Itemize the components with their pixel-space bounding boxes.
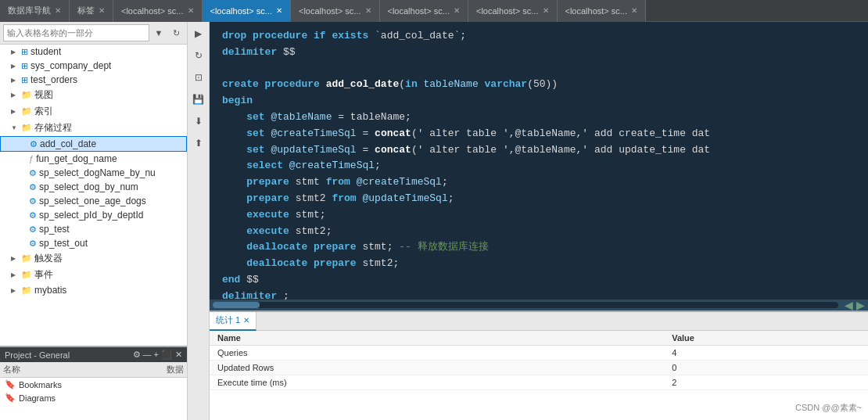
code-line: deallocate prepare stmt2;	[222, 256, 855, 272]
tree-item-sp6[interactable]: ⚙ sp_test_out	[0, 236, 187, 250]
grid-btn[interactable]: ⊡	[190, 69, 207, 86]
up-btn[interactable]: ⬆	[190, 135, 207, 152]
code-line: drop procedure if exists `add_col_date`;	[222, 28, 855, 45]
scrollbar-thumb[interactable]	[213, 302, 260, 308]
tab-localhost-2-close[interactable]: ✕	[276, 6, 282, 15]
expand-icon[interactable]: ⬛	[161, 350, 172, 360]
tree-item-fun-get-dog-name[interactable]: ƒ fun_get_dog_name	[0, 152, 187, 166]
code-line: create procedure add_col_date(in tableNa…	[222, 77, 855, 93]
watermark: CSDN @@素素~	[795, 402, 862, 414]
tab-localhost-1[interactable]: <localhost> sc... ✕	[113, 0, 203, 22]
scroll-right-icon[interactable]: ▶	[856, 299, 865, 311]
tab-localhost-4-label: <localhost> sc...	[388, 6, 450, 16]
tab-localhost-6-close[interactable]: ✕	[631, 6, 637, 15]
tab-localhost-3-close[interactable]: ✕	[365, 6, 371, 15]
diagram-item[interactable]: 🔖 Diagrams	[0, 391, 187, 404]
bookmark-item[interactable]: 🔖 Bookmarks	[0, 378, 187, 391]
refresh-icon[interactable]: ↻	[168, 25, 184, 41]
tree-item-sp2[interactable]: ⚙ sp_select_dog_by_num	[0, 180, 187, 194]
stats-table: Name Value Queries 4 Updated Rows	[210, 331, 868, 420]
proc-icon: ⚙	[30, 139, 38, 149]
tree-label: sp_test	[39, 224, 70, 235]
tab-label-text: 标签	[77, 5, 95, 16]
tree-item-test-orders[interactable]: ▶ ⊞ test_orders	[0, 73, 187, 87]
tree-label: sys_company_dept	[30, 60, 111, 71]
arrow-expanded-icon: ▼	[11, 124, 19, 131]
tree-item-sys-company-dept[interactable]: ▶ ⊞ sys_company_dept	[0, 59, 187, 73]
tree-label: fun_get_dog_name	[36, 153, 117, 164]
tab-stats-label: 统计 1	[216, 314, 240, 326]
table-icon: ⊞	[21, 47, 28, 57]
code-line: set @createTimeSql = concat(' alter tabl…	[222, 126, 855, 142]
plus-icon[interactable]: +	[154, 350, 159, 360]
filter-icon[interactable]: ▼	[151, 25, 167, 41]
editor-scrollbar[interactable]: ◀ ▶	[210, 300, 868, 311]
run-btn[interactable]: ▶	[190, 25, 207, 42]
tab-stats[interactable]: 统计 1 ✕	[210, 312, 256, 331]
tree-label: test_orders	[30, 74, 77, 85]
table-icon: ⊞	[21, 75, 28, 85]
tree-item-triggers[interactable]: ▶ 📁 触发器	[0, 250, 187, 267]
code-line: execute stmt2;	[222, 224, 855, 240]
tab-localhost-4[interactable]: <localhost> sc... ✕	[380, 0, 469, 22]
tree-item-mybatis[interactable]: ▶ 📁 mybatis	[0, 283, 187, 297]
minus-icon[interactable]: —	[143, 350, 152, 360]
search-input[interactable]	[3, 24, 149, 41]
tab-db-nav[interactable]: 数据库导航 ✕	[0, 0, 70, 22]
tree-item-sp1[interactable]: ⚙ sp_select_dogName_by_nu	[0, 166, 187, 180]
tab-localhost-1-close[interactable]: ✕	[188, 6, 194, 15]
tab-localhost-3-label: <localhost> sc...	[299, 6, 361, 16]
proc-icon: ⚙	[29, 168, 37, 178]
vertical-toolbar: ▶ ↻ ⊡ 💾 ⬇ ⬆	[188, 22, 210, 420]
tree-item-procedures[interactable]: ▼ 📁 存储过程	[0, 120, 187, 136]
tab-localhost-2[interactable]: <localhost> sc... ✕	[203, 0, 292, 22]
tree-item-events[interactable]: ▶ 📁 事件	[0, 267, 187, 283]
proc-icon: ⚙	[29, 182, 37, 192]
tab-db-nav-close[interactable]: ✕	[55, 6, 61, 15]
sidebar-bottom-header: Project - General ⚙ — + ⬛ ✕	[0, 347, 187, 362]
down-btn[interactable]: ⬇	[190, 113, 207, 130]
tree-label: add_col_date	[40, 138, 96, 149]
tree-label: sp_select_pId_by_deptId	[39, 210, 143, 221]
code-line: set @updateTimeSql = concat(' alter tabl…	[222, 142, 855, 159]
tree-label: 索引	[34, 105, 53, 118]
tab-stats-close[interactable]: ✕	[243, 316, 249, 325]
scroll-left-icon[interactable]: ◀	[845, 299, 853, 311]
code-line: end $$	[222, 272, 855, 289]
sidebar-bottom-close[interactable]: ✕	[175, 350, 182, 360]
tree-item-sp4[interactable]: ⚙ sp_select_pId_by_deptId	[0, 208, 187, 222]
tab-localhost-6[interactable]: <localhost> sc... ✕	[558, 0, 647, 22]
gear-icon[interactable]: ⚙	[133, 350, 141, 360]
tab-localhost-5-label: <localhost> sc...	[476, 6, 539, 16]
tree-label: sp_select_one_age_dogs	[39, 196, 146, 206]
sidebar: ▼ ↻ ▶ ⊞ student ▶ ⊞ sys_company_dept ▶ ⊞…	[0, 22, 188, 420]
tree-item-sp3[interactable]: ⚙ sp_select_one_age_dogs	[0, 194, 187, 208]
tab-label-close[interactable]: ✕	[99, 6, 105, 15]
tab-label[interactable]: 标签 ✕	[70, 0, 113, 22]
tab-localhost-3[interactable]: <localhost> sc... ✕	[291, 0, 380, 22]
func-icon: ƒ	[29, 154, 34, 163]
table-row: Queries 4	[210, 346, 868, 361]
tree-item-add-col-date[interactable]: ⚙ add_col_date	[0, 136, 187, 152]
folder-icon: 📁	[21, 285, 32, 296]
tab-localhost-4-close[interactable]: ✕	[454, 6, 460, 15]
tab-localhost-1-label: <localhost> sc...	[121, 6, 184, 16]
save-btn[interactable]: 💾	[190, 91, 207, 108]
tab-localhost-5[interactable]: <localhost> sc... ✕	[468, 0, 558, 22]
tree-item-student[interactable]: ▶ ⊞ student	[0, 45, 187, 59]
tree-item-views[interactable]: ▶ 📁 视图	[0, 87, 187, 103]
main-layout: ▼ ↻ ▶ ⊞ student ▶ ⊞ sys_company_dept ▶ ⊞…	[0, 22, 868, 420]
bottom-panel-tabs: 统计 1 ✕	[210, 312, 868, 331]
tree-item-sp5[interactable]: ⚙ sp_test	[0, 222, 187, 236]
bottom-panel-content: Name Value Queries 4 Updated Rows	[210, 331, 868, 420]
scrollbar-track	[213, 302, 838, 308]
folder-icon: 📁	[21, 123, 32, 133]
refresh-btn[interactable]: ↻	[190, 47, 207, 64]
tree-item-indexes[interactable]: ▶ 📁 索引	[0, 103, 187, 120]
sidebar-bottom-content: 🔖 Bookmarks 🔖 Diagrams	[0, 378, 187, 420]
editor-content[interactable]: drop procedure if exists `add_col_date`;…	[210, 22, 868, 300]
col-value-header: Value	[664, 331, 868, 346]
table-row: Updated Rows 0	[210, 361, 868, 375]
tab-localhost-5-close[interactable]: ✕	[543, 6, 549, 15]
col-name-header: 名称	[3, 364, 163, 375]
